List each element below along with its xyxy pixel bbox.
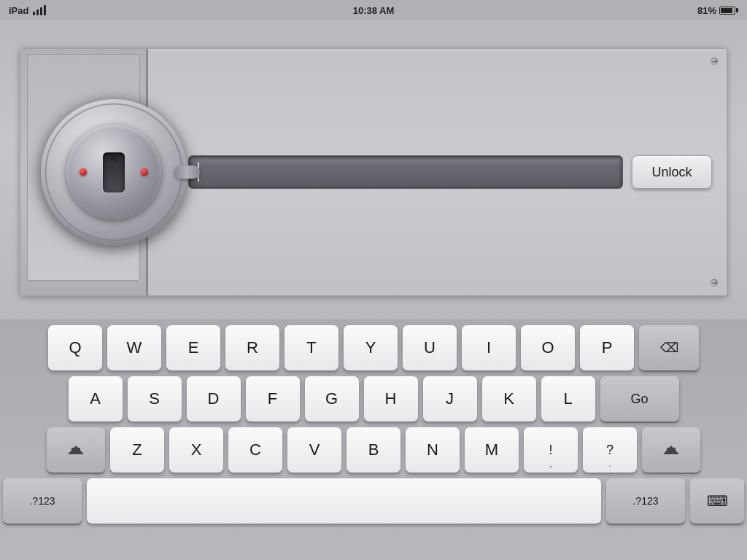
key-z[interactable]: Z (110, 427, 164, 472)
key-f[interactable]: F (246, 376, 300, 421)
status-right: 81% (697, 5, 738, 16)
key-go[interactable]: Go (600, 376, 679, 421)
key-u[interactable]: U (403, 325, 457, 370)
key-e[interactable]: E (166, 325, 220, 370)
key-w[interactable]: W (107, 325, 161, 370)
numbers-right-label: .?123 (632, 495, 658, 507)
vault-dial-container (41, 99, 187, 245)
key-delete[interactable]: ⌫ (639, 325, 699, 370)
key-s[interactable]: S (128, 376, 182, 421)
key-shift-left[interactable] (47, 427, 105, 472)
key-o[interactable]: O (521, 325, 575, 370)
status-time: 10:38 AM (353, 5, 395, 16)
vault-dial-outer (41, 99, 187, 245)
key-h[interactable]: H (364, 376, 418, 421)
keyboard-area: Q W E R T Y U I O P ⌫ A S D F G H J K L … (0, 319, 747, 560)
key-shift-right[interactable] (642, 427, 700, 472)
key-y[interactable]: Y (344, 325, 398, 370)
metal-panel: Unlock (20, 48, 727, 296)
key-x[interactable]: X (169, 427, 223, 472)
keyboard-row-4: .?123 .?123 ⌨ (3, 478, 744, 524)
key-keyboard-dismiss[interactable]: ⌨ (690, 478, 744, 524)
keyboard-row-3: Z X C V B N M !, ?. (3, 427, 744, 472)
key-r[interactable]: R (225, 325, 279, 370)
key-numbers-left[interactable]: .?123 (3, 478, 82, 524)
red-dot-left (80, 168, 87, 176)
key-exclaim[interactable]: !, (524, 427, 578, 472)
key-v[interactable]: V (287, 427, 341, 472)
app-area: Unlock (0, 20, 747, 319)
keyboard-row-1: Q W E R T Y U I O P ⌫ (3, 325, 744, 370)
device-label: iPad (9, 5, 28, 16)
screw-br (711, 279, 718, 287)
shift-left-icon (68, 446, 84, 454)
input-area: Unlock (188, 155, 712, 189)
key-t[interactable]: T (285, 325, 338, 370)
key-question[interactable]: ?. (583, 427, 637, 472)
key-c[interactable]: C (228, 427, 282, 472)
wifi-icon (33, 5, 46, 15)
delete-icon: ⌫ (660, 340, 678, 356)
key-d[interactable]: D (187, 376, 241, 421)
key-p[interactable]: P (580, 325, 634, 370)
go-label: Go (630, 392, 648, 407)
keyboard-row-2: A S D F G H J K L Go (3, 376, 744, 421)
unlock-button[interactable]: Unlock (632, 155, 712, 189)
bolt-handle (174, 166, 200, 179)
key-n[interactable]: N (406, 427, 460, 472)
status-left: iPad (9, 5, 46, 16)
key-q[interactable]: Q (48, 325, 102, 370)
battery-percent: 81% (697, 5, 716, 16)
key-j[interactable]: J (423, 376, 477, 421)
key-l[interactable]: L (541, 376, 595, 421)
keyboard-dismiss-icon: ⌨ (707, 492, 728, 510)
shift-right-icon (663, 446, 679, 454)
key-a[interactable]: A (69, 376, 123, 421)
battery-icon (719, 7, 738, 15)
numbers-left-label: .?123 (29, 495, 55, 507)
key-slot (103, 152, 125, 192)
key-b[interactable]: B (347, 427, 400, 472)
key-k[interactable]: K (482, 376, 536, 421)
key-numbers-right[interactable]: .?123 (606, 478, 685, 524)
red-dot-right (141, 168, 148, 176)
password-field[interactable] (188, 155, 623, 189)
key-g[interactable]: G (305, 376, 359, 421)
status-bar: iPad 10:38 AM 81% (0, 0, 747, 20)
key-m[interactable]: M (465, 427, 519, 472)
vault-dial-inner (66, 125, 161, 219)
screw-tr (711, 58, 718, 65)
key-space[interactable] (87, 478, 601, 524)
key-i[interactable]: I (462, 325, 516, 370)
